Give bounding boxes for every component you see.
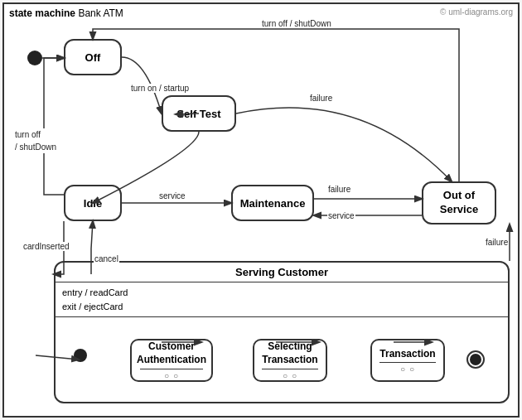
title-name: Bank ATM <box>78 7 123 19</box>
label-failure-serving: failure <box>485 238 509 247</box>
composite-entry: entry / readCard exit / ejectCard <box>56 282 508 316</box>
label-turn-off-top: turn off / shutDown <box>261 19 332 28</box>
label-failure-maintenance: failure <box>327 185 351 194</box>
label-cancel: cancel <box>94 254 119 263</box>
state-maintenance: Maintenance <box>231 185 314 221</box>
composite-state: Serving Customer entry / readCard exit /… <box>54 261 510 403</box>
composite-body: CustomerAuthentication ○ ○ SelectingTran… <box>56 316 508 414</box>
label-turn-on: turn on / startup <box>130 84 190 93</box>
inner-final-state-dot <box>470 354 481 365</box>
title-bold: state machine <box>9 7 75 19</box>
state-outofservice: Out ofService <box>422 181 496 224</box>
watermark: © uml-diagrams.org <box>440 7 513 17</box>
diagram-container: state machine Bank ATM © uml-diagrams.or… <box>2 2 520 418</box>
state-selftest: Self Test <box>162 95 236 132</box>
title-bar: state machine Bank ATM <box>9 7 123 19</box>
inner-initial-state <box>74 349 87 362</box>
state-customer-auth: CustomerAuthentication ○ ○ <box>130 339 213 382</box>
label-card-inserted: cardInserted <box>22 242 70 251</box>
label-failure-selftest: failure <box>309 94 333 103</box>
inner-final-state <box>466 350 485 369</box>
initial-state <box>27 51 42 65</box>
state-transaction: Transaction ○ ○ <box>370 339 445 382</box>
label-turn-off-left: turn off/ shutDown <box>14 128 57 153</box>
label-service-to: service <box>158 191 186 200</box>
state-off: Off <box>64 39 122 75</box>
state-idle: Idle <box>64 185 122 221</box>
state-selecting-transaction: SelectingTransaction ○ ○ <box>253 339 327 382</box>
label-service-from: service <box>327 211 355 220</box>
composite-title: Serving Customer <box>56 263 508 282</box>
